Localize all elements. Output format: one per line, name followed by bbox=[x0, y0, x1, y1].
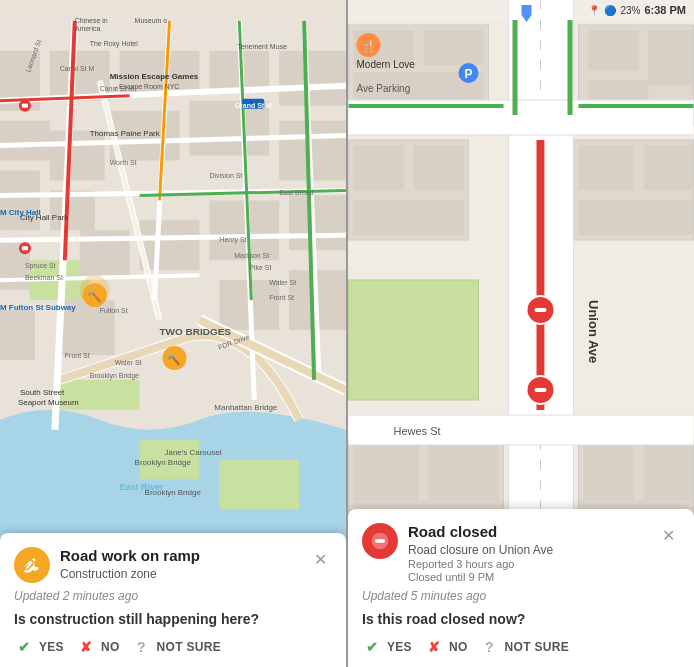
svg-rect-103 bbox=[354, 145, 404, 190]
card-meta2: Closed until 9 PM bbox=[408, 571, 656, 583]
bluetooth-icon: 🔵 bbox=[604, 5, 616, 16]
svg-text:Front St: Front St bbox=[269, 294, 294, 301]
svg-rect-108 bbox=[644, 145, 694, 190]
svg-text:Ave Parking: Ave Parking bbox=[357, 83, 411, 94]
svg-text:Canal St M: Canal St M bbox=[60, 65, 95, 72]
notsure-icon: ? bbox=[132, 637, 152, 657]
svg-rect-104 bbox=[414, 145, 464, 190]
svg-text:🔨: 🔨 bbox=[167, 352, 181, 366]
no-button[interactable]: ✘ NO bbox=[76, 637, 120, 657]
svg-rect-6 bbox=[0, 121, 50, 161]
svg-rect-105 bbox=[354, 200, 464, 235]
card-actions: ✔ YES ✘ NO ? NOT SURE bbox=[14, 637, 332, 657]
yes-label: YES bbox=[39, 640, 64, 654]
svg-rect-110 bbox=[349, 280, 479, 400]
svg-rect-10 bbox=[279, 51, 346, 106]
svg-rect-81 bbox=[22, 246, 28, 250]
card-title-group-right: Road closed Road closure on Union Ave Re… bbox=[408, 523, 656, 583]
notsure-icon-right: ? bbox=[480, 637, 500, 657]
svg-text:Spruce St: Spruce St bbox=[25, 262, 56, 270]
card-updated-right: Updated 5 minutes ago bbox=[362, 589, 680, 603]
yes-icon: ✔ bbox=[14, 637, 34, 657]
notsure-button[interactable]: ? NOT SURE bbox=[132, 637, 221, 657]
svg-text:Brooklyn Bridge: Brooklyn Bridge bbox=[135, 458, 192, 467]
svg-rect-134 bbox=[579, 104, 694, 108]
svg-rect-113 bbox=[429, 445, 499, 500]
yes-button-right[interactable]: ✔ YES bbox=[362, 637, 412, 657]
svg-text:P: P bbox=[464, 67, 472, 81]
svg-text:Jane's Carousel: Jane's Carousel bbox=[165, 448, 222, 457]
card-actions-right: ✔ YES ✘ NO ? NOT SURE bbox=[362, 637, 680, 657]
svg-rect-149 bbox=[375, 539, 385, 542]
svg-rect-12 bbox=[50, 131, 105, 181]
card-title: Road work on ramp bbox=[60, 547, 308, 565]
svg-rect-79 bbox=[22, 104, 28, 108]
no-button-right[interactable]: ✘ NO bbox=[424, 637, 468, 657]
road-work-card: Road work on ramp Construction zone ✕ Up… bbox=[0, 533, 346, 667]
svg-text:M City Hall: M City Hall bbox=[0, 208, 41, 217]
svg-rect-4 bbox=[219, 460, 299, 510]
no-label: NO bbox=[101, 640, 120, 654]
svg-rect-21 bbox=[289, 195, 346, 250]
svg-text:Union Ave: Union Ave bbox=[586, 300, 601, 363]
svg-text:Pike St: Pike St bbox=[249, 264, 271, 271]
svg-text:Water St: Water St bbox=[115, 359, 142, 366]
svg-text:🍴: 🍴 bbox=[361, 38, 376, 53]
svg-text:TWO BRIDGES: TWO BRIDGES bbox=[160, 326, 232, 337]
card-updated: Updated 2 minutes ago bbox=[14, 589, 332, 603]
svg-rect-107 bbox=[579, 145, 634, 190]
construction-icon bbox=[14, 547, 50, 583]
road-closed-icon bbox=[362, 523, 398, 559]
svg-rect-132 bbox=[568, 20, 573, 115]
card-question-right: Is this road closed now? bbox=[362, 611, 680, 627]
card-question: Is construction still happening here? bbox=[14, 611, 332, 627]
road-closed-card: Road closed Road closure on Union Ave Re… bbox=[348, 509, 694, 667]
left-panel: 🔨 🔨 Leonard St Canal St M Canal St M Mis… bbox=[0, 0, 346, 667]
svg-text:Division St: Division St bbox=[209, 172, 242, 179]
svg-rect-136 bbox=[535, 308, 547, 312]
card-header-right: Road closed Road closure on Union Ave Re… bbox=[362, 523, 680, 583]
svg-text:Museum o: Museum o bbox=[135, 17, 168, 24]
svg-text:Water St: Water St bbox=[269, 279, 296, 286]
svg-rect-109 bbox=[579, 200, 694, 235]
notsure-label: NOT SURE bbox=[157, 640, 221, 654]
svg-text:East Broad: East Broad bbox=[279, 189, 314, 196]
svg-text:Front St: Front St bbox=[65, 352, 90, 359]
yes-icon-right: ✔ bbox=[362, 637, 382, 657]
notsure-label-right: NOT SURE bbox=[505, 640, 569, 654]
svg-rect-19 bbox=[140, 220, 200, 270]
svg-rect-95 bbox=[589, 30, 639, 70]
no-label-right: NO bbox=[449, 640, 468, 654]
close-button[interactable]: ✕ bbox=[308, 547, 332, 571]
yes-button[interactable]: ✔ YES bbox=[14, 637, 64, 657]
svg-rect-129 bbox=[537, 140, 545, 410]
svg-text:Mission Escape Games: Mission Escape Games bbox=[110, 72, 199, 81]
svg-rect-116 bbox=[584, 445, 634, 500]
svg-text:- Escape Room NYC: - Escape Room NYC bbox=[115, 83, 180, 91]
svg-text:Chinese in: Chinese in bbox=[75, 17, 108, 24]
svg-point-92 bbox=[80, 275, 110, 305]
svg-text:Hewes St: Hewes St bbox=[394, 425, 441, 437]
svg-rect-96 bbox=[649, 30, 694, 85]
status-bar-right: 📍 🔵 23% 6:38 PM bbox=[348, 0, 694, 20]
svg-rect-117 bbox=[644, 445, 694, 500]
svg-text:America: America bbox=[75, 25, 101, 32]
svg-text:M Fulton St Subway: M Fulton St Subway bbox=[0, 303, 76, 312]
svg-text:Thomas Paine Park: Thomas Paine Park bbox=[90, 129, 160, 138]
notsure-button-right[interactable]: ? NOT SURE bbox=[480, 637, 569, 657]
battery-percent: 23% bbox=[620, 5, 640, 16]
svg-text:South Street: South Street bbox=[20, 388, 65, 397]
no-icon-right: ✘ bbox=[424, 637, 444, 657]
svg-text:Brooklyn Bridge: Brooklyn Bridge bbox=[90, 372, 139, 380]
svg-rect-15 bbox=[189, 101, 269, 156]
svg-rect-138 bbox=[535, 388, 547, 392]
card-subtitle-right: Road closure on Union Ave bbox=[408, 543, 656, 557]
svg-text:Worth St: Worth St bbox=[110, 159, 137, 166]
close-button-right[interactable]: ✕ bbox=[656, 523, 680, 547]
svg-text:Manhattan Bridge: Manhattan Bridge bbox=[214, 403, 277, 412]
svg-rect-22 bbox=[0, 310, 35, 360]
time-display: 6:38 PM bbox=[644, 4, 686, 16]
svg-text:Grand St M: Grand St M bbox=[235, 102, 272, 109]
svg-rect-133 bbox=[349, 104, 504, 108]
yes-label-right: YES bbox=[387, 640, 412, 654]
